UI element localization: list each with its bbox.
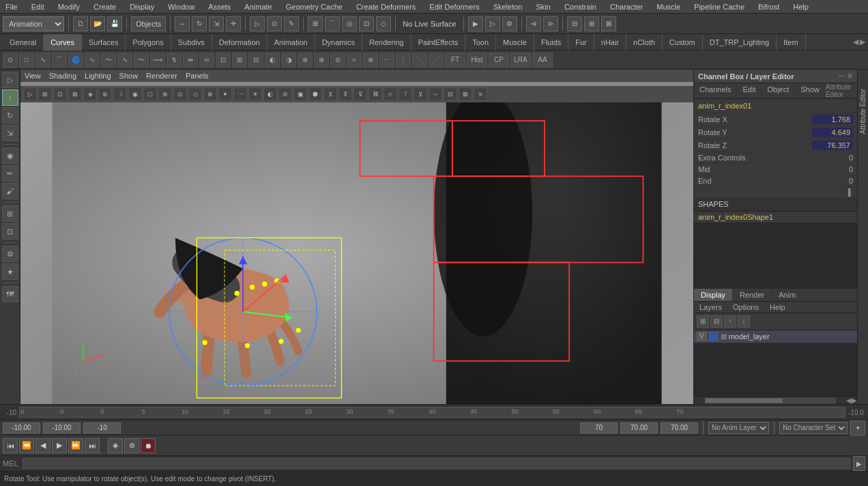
vp-menu-panels[interactable]: Panels <box>186 72 209 80</box>
rotate-tool[interactable]: ↻ <box>2 107 18 124</box>
snap-grid-btn[interactable]: ⊞ <box>308 16 323 31</box>
move-tool[interactable]: ↕ <box>2 89 18 106</box>
play-fwd-btn[interactable]: ▶ <box>52 438 67 453</box>
tabs-scroll-left[interactable]: ◀ <box>853 38 858 46</box>
vp-icon-28[interactable]: ↔ <box>429 87 442 101</box>
soft-mod-tool[interactable]: ◉ <box>2 147 18 164</box>
range-end2-input[interactable] <box>620 423 658 433</box>
menu-display[interactable]: Display <box>127 3 157 11</box>
vp-icon-27[interactable]: ⊻ <box>414 87 427 101</box>
new-layer-btn[interactable]: ⊞ <box>697 315 709 328</box>
delete-layer-btn[interactable]: ⊟ <box>710 315 723 328</box>
hide-btn[interactable]: ⊠ <box>601 16 616 31</box>
command-input[interactable] <box>23 458 850 469</box>
vp-icon-1[interactable]: ▷ <box>23 87 37 101</box>
curve-tool-4[interactable]: ⌒ <box>52 53 67 68</box>
menu-assets[interactable]: Assets <box>205 3 233 11</box>
curve-tool-3[interactable]: ∿ <box>35 53 50 68</box>
curve-tool-21[interactable]: ⊘ <box>330 53 345 68</box>
layer-up-btn[interactable]: ↑ <box>724 315 736 328</box>
map-icon[interactable]: 🗺 <box>2 286 18 302</box>
tab-item[interactable]: Item <box>777 34 805 51</box>
cp-label[interactable]: CP <box>489 53 509 68</box>
play-back-btn[interactable]: ◀ <box>35 438 50 453</box>
cb-attr-tab[interactable]: Attribute Editor <box>826 83 857 98</box>
move-btn[interactable]: ↔ <box>175 16 190 31</box>
curve-tool-14[interactable]: ⊡ <box>216 53 231 68</box>
vp-icon-31[interactable]: ≡ <box>474 87 487 101</box>
vp-icon-4[interactable]: ⊠ <box>68 87 82 101</box>
vp-icon-9[interactable]: ⬡ <box>143 87 157 101</box>
menu-bifrost[interactable]: Bifrost <box>755 3 782 11</box>
vp-icon-26[interactable]: ⊺ <box>399 87 412 101</box>
tab-ncloth[interactable]: nCloth <box>626 34 663 51</box>
tab-muscle[interactable]: Muscle <box>496 34 534 51</box>
curve-tool-24[interactable]: ⋯ <box>379 53 394 68</box>
vp-icon-10[interactable]: ⊕ <box>158 87 172 101</box>
cmd-submit-btn[interactable]: ▶ <box>853 456 865 471</box>
range-current-input[interactable] <box>43 423 81 433</box>
go-end-btn[interactable]: ⏭ <box>85 438 100 453</box>
cb-row-rotate-y[interactable]: Rotate Y 4.649 <box>694 126 857 139</box>
cb-row-mid[interactable]: Mid 0 <box>694 164 857 175</box>
cb-shape-item[interactable]: anim_r_index0Shape1 <box>694 212 857 223</box>
cb-minimize-btn[interactable]: ─ <box>839 72 844 81</box>
cb-value-rotate-y[interactable]: 4.649 <box>812 128 853 137</box>
menu-create[interactable]: Create <box>91 3 119 11</box>
curve-tool-11[interactable]: ↯ <box>167 53 182 68</box>
aa-label[interactable]: AA <box>532 53 553 68</box>
vp-icon-7[interactable]: ☽ <box>113 87 127 101</box>
curve-tool-20[interactable]: ⊕ <box>314 53 329 68</box>
vp-icon-5[interactable]: ◈ <box>83 87 97 101</box>
snap-point[interactable]: ⊡ <box>2 223 18 240</box>
tab-animation[interactable]: Animation <box>267 34 315 51</box>
cb-scroll-right[interactable]: ▶ <box>852 397 857 404</box>
paint-btn[interactable]: ✎ <box>284 16 299 31</box>
rotate-btn[interactable]: ↻ <box>192 16 207 31</box>
vp-icon-6[interactable]: ⊛ <box>98 87 112 101</box>
curve-tool-19[interactable]: ⊗ <box>298 53 313 68</box>
cb-close-btn[interactable]: ✕ <box>847 72 853 81</box>
curve-tool-13[interactable]: ∞ <box>199 53 214 68</box>
snap-live-btn[interactable]: ◇ <box>376 16 391 31</box>
menu-pipeline-cache[interactable]: Pipeline Cache <box>691 3 747 11</box>
menu-muscle[interactable]: Muscle <box>654 3 683 11</box>
lasso-btn[interactable]: ⊙ <box>267 16 282 31</box>
input-ops-btn[interactable]: ⊲ <box>526 16 541 31</box>
history-btn[interactable]: ⊳ <box>543 16 558 31</box>
vp-menu-lighting[interactable]: Lighting <box>85 72 111 80</box>
menu-create-deformers[interactable]: Create Deformers <box>353 3 418 11</box>
render-settings-btn[interactable]: ⚙ <box>502 16 517 31</box>
range-options-btn[interactable]: ▾ <box>850 420 865 435</box>
layer-visibility-toggle[interactable]: V <box>697 332 707 341</box>
cb-scrollbar[interactable]: ◀ ▶ <box>694 396 857 404</box>
sculpt-tool[interactable]: ✏ <box>2 165 18 182</box>
vp-icon-3[interactable]: ⊡ <box>53 87 67 101</box>
menu-edit[interactable]: Edit <box>29 3 47 11</box>
curve-tool-27[interactable]: ⋰ <box>429 53 444 68</box>
objects-btn[interactable]: Objects <box>131 16 166 31</box>
new-scene-btn[interactable]: 🗋 <box>73 16 88 31</box>
snap-point-btn[interactable]: ◎ <box>342 16 357 31</box>
tab-general[interactable]: General <box>3 34 44 51</box>
select-btn[interactable]: ▷ <box>250 16 265 31</box>
show-btn[interactable]: ⊞ <box>584 16 599 31</box>
vp-icon-30[interactable]: ⊠ <box>459 87 472 101</box>
layer-tab-display[interactable]: Display <box>694 289 733 301</box>
attribute-editor-tab[interactable]: Attribute Editor <box>858 83 868 139</box>
menu-animate[interactable]: Animate <box>242 3 274 11</box>
curve-tool-16[interactable]: ⊟ <box>248 53 263 68</box>
cb-row-extra-controls[interactable]: Extra Controls 0 <box>694 152 857 164</box>
curve-tool-8[interactable]: ∿ <box>117 53 132 68</box>
layer-sub-tab-help[interactable]: Help <box>764 302 791 313</box>
tab-deformation[interactable]: Deformation <box>212 34 267 51</box>
menu-edit-deformers[interactable]: Edit Deformers <box>426 3 482 11</box>
snap-curve-btn[interactable]: ⌒ <box>325 16 340 31</box>
cb-scroll-left[interactable]: ◀ <box>846 397 852 404</box>
menu-constrain[interactable]: Constrain <box>562 3 599 11</box>
show-manipulator[interactable]: ⊞ <box>2 205 18 222</box>
save-scene-btn[interactable]: 💾 <box>107 16 122 31</box>
open-scene-btn[interactable]: 📂 <box>90 16 105 31</box>
tab-nhair[interactable]: nHair <box>594 34 626 51</box>
curve-tool-6[interactable]: ∿ <box>85 53 100 68</box>
